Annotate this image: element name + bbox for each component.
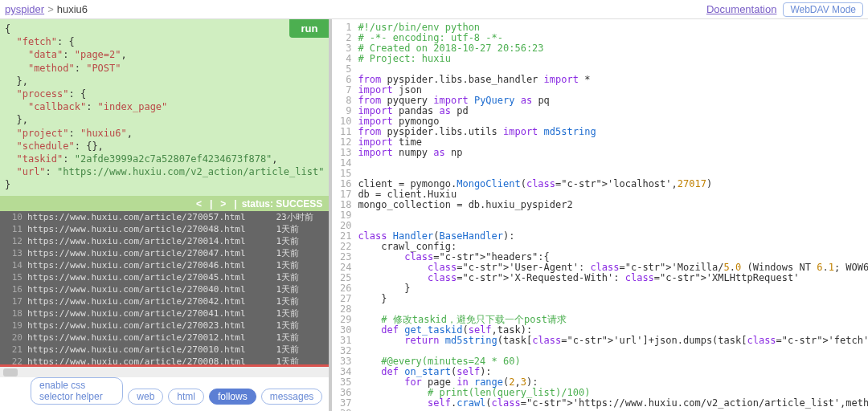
breadcrumb-sep: > (47, 3, 54, 15)
list-item[interactable]: 19https://www.huxiu.com/article/270023.h… (0, 319, 329, 332)
nav-sep: | (210, 198, 212, 210)
tab-html[interactable]: html (168, 389, 204, 405)
enable-css-button[interactable]: enable css selector helper (31, 377, 123, 405)
scroll-thumb[interactable] (3, 368, 18, 376)
task-panel: run { "fetch": { "data": "page=2", "meth… (0, 19, 329, 196)
topbar: pyspider > huxiu6 Documentation WebDAV M… (0, 0, 868, 19)
breadcrumb: pyspider > huxiu6 (5, 3, 706, 15)
breadcrumb-current: huxiu6 (57, 3, 88, 15)
webdav-button[interactable]: WebDAV Mode (783, 2, 863, 17)
list-item[interactable]: 17https://www.huxiu.com/article/270042.h… (0, 295, 329, 307)
list-item[interactable]: 13https://www.huxiu.com/article/270047.h… (0, 247, 329, 259)
list-item[interactable]: 16https://www.huxiu.com/article/270040.h… (0, 283, 329, 295)
status-text: status: SUCCESS (242, 198, 323, 210)
main: run { "fetch": { "data": "page=2", "meth… (0, 19, 868, 411)
list-item[interactable]: 18https://www.huxiu.com/article/270041.h… (0, 307, 329, 319)
list-item[interactable]: 11https://www.huxiu.com/article/270048.h… (0, 223, 329, 235)
tab-web[interactable]: web (128, 389, 163, 405)
list-item[interactable]: 22https://www.huxiu.com/article/270008.h… (0, 356, 329, 365)
run-button[interactable]: run (289, 19, 329, 38)
top-right: Documentation WebDAV Mode (706, 2, 863, 17)
gutter: 1234567891011121314151617181920212223242… (332, 19, 354, 411)
list-item[interactable]: 20https://www.huxiu.com/article/270012.h… (0, 332, 329, 344)
follows-list[interactable]: 10https://www.huxiu.com/article/270057.h… (0, 211, 329, 365)
tab-messages[interactable]: messages (261, 389, 323, 405)
prev-button[interactable]: < (193, 198, 205, 210)
documentation-link[interactable]: Documentation (706, 3, 776, 15)
code-editor[interactable]: 1234567891011121314151617181920212223242… (332, 19, 868, 411)
list-item[interactable]: 15https://www.huxiu.com/article/270045.h… (0, 271, 329, 283)
next-button[interactable]: > (217, 198, 229, 210)
list-item[interactable]: 14https://www.huxiu.com/article/270046.h… (0, 259, 329, 271)
nav-sep2: | (234, 198, 236, 210)
h-scrollbar[interactable] (0, 367, 329, 377)
list-item[interactable]: 21https://www.huxiu.com/article/270010.h… (0, 344, 329, 356)
left-pane: run { "fetch": { "data": "page=2", "meth… (0, 19, 332, 411)
right-pane: save 12345678910111213141516171819202122… (332, 19, 868, 411)
code-area[interactable]: #!/usr/bin/env python# -*- encoding: utf… (354, 19, 868, 411)
list-item[interactable]: 10https://www.huxiu.com/article/270057.h… (0, 211, 329, 223)
list-item[interactable]: 12https://www.huxiu.com/article/270014.h… (0, 235, 329, 247)
task-json: { "fetch": { "data": "page=2", "method":… (5, 22, 324, 191)
breadcrumb-root[interactable]: pyspider (5, 3, 44, 15)
tab-follows[interactable]: follows (209, 389, 256, 405)
bottom-tabs: enable css selector helper web html foll… (0, 377, 329, 411)
nav-row: < | > | status: SUCCESS (0, 196, 329, 210)
